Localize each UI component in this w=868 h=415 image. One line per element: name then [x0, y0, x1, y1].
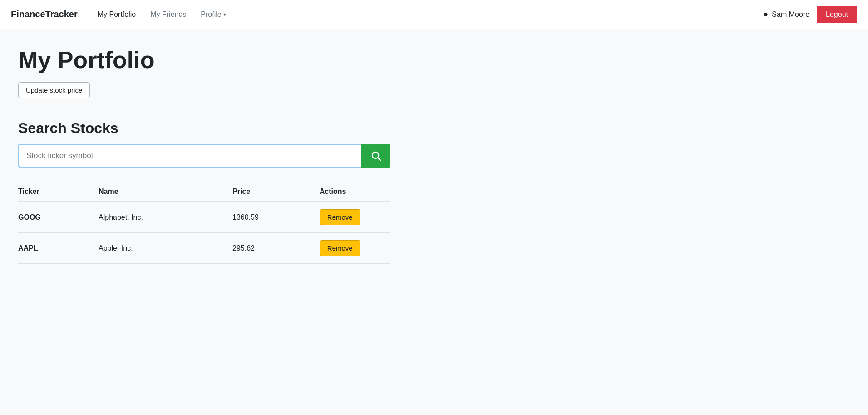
user-icon: ●: [763, 10, 768, 19]
cell-name: Alphabet, Inc.: [99, 202, 232, 233]
user-info: ● Sam Moore: [763, 10, 809, 19]
nav-link-profile[interactable]: Profile ▾: [195, 7, 231, 22]
cell-name: Apple, Inc.: [99, 233, 232, 264]
remove-button-aapl[interactable]: Remove: [320, 240, 360, 256]
profile-label: Profile: [201, 10, 221, 19]
search-section-title: Search Stocks: [18, 120, 527, 137]
remove-button-goog[interactable]: Remove: [320, 209, 360, 225]
col-header-name: Name: [99, 182, 232, 202]
username: Sam Moore: [772, 10, 809, 19]
cell-actions: Remove: [320, 202, 390, 233]
col-header-ticker: Ticker: [18, 182, 99, 202]
table-body: GOOGAlphabet, Inc.1360.59RemoveAAPLApple…: [18, 202, 390, 264]
search-input[interactable]: [18, 144, 361, 168]
nav-links: My Portfolio My Friends Profile ▾: [92, 7, 764, 22]
search-row: [18, 144, 390, 168]
nav-link-my-portfolio[interactable]: My Portfolio: [92, 7, 141, 22]
navbar: FinanceTracker My Portfolio My Friends P…: [0, 0, 868, 29]
table-row: GOOGAlphabet, Inc.1360.59Remove: [18, 202, 390, 233]
chevron-down-icon: ▾: [223, 11, 226, 18]
col-header-price: Price: [232, 182, 320, 202]
nav-link-my-friends[interactable]: My Friends: [145, 7, 192, 22]
col-header-actions: Actions: [320, 182, 390, 202]
cell-price: 295.62: [232, 233, 320, 264]
table-row: AAPLApple, Inc.295.62Remove: [18, 233, 390, 264]
stock-table: Ticker Name Price Actions GOOGAlphabet, …: [18, 182, 390, 264]
logout-button[interactable]: Logout: [817, 6, 857, 23]
svg-line-1: [378, 158, 381, 161]
search-icon: [370, 150, 381, 161]
navbar-right: ● Sam Moore Logout: [763, 6, 857, 23]
cell-ticker: GOOG: [18, 202, 99, 233]
table-header: Ticker Name Price Actions: [18, 182, 390, 202]
update-stock-price-button[interactable]: Update stock price: [18, 82, 90, 98]
app-brand[interactable]: FinanceTracker: [11, 9, 78, 20]
cell-actions: Remove: [320, 233, 390, 264]
page-title: My Portfolio: [18, 47, 527, 73]
cell-ticker: AAPL: [18, 233, 99, 264]
main-content: My Portfolio Update stock price Search S…: [0, 29, 545, 282]
search-button[interactable]: [361, 144, 390, 168]
cell-price: 1360.59: [232, 202, 320, 233]
